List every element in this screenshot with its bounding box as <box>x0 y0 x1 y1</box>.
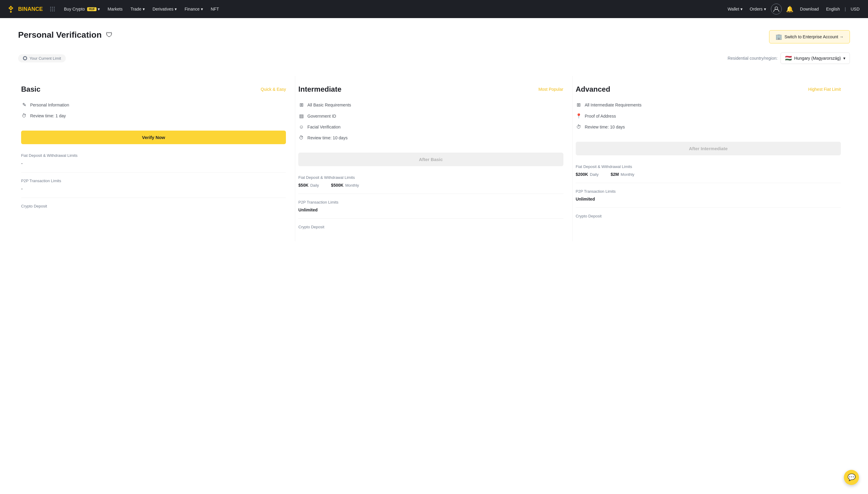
tier-feature: ⏱ Review time: 10 days <box>576 124 841 130</box>
feature-icon: ⏱ <box>298 135 304 140</box>
nav-download[interactable]: Download <box>798 5 821 13</box>
svg-point-9 <box>54 11 55 12</box>
country-dropdown[interactable]: 🇭🇺 Hungary (Magyarország) ▾ <box>780 53 850 64</box>
svg-point-4 <box>50 9 51 10</box>
nav-markets[interactable]: Markets <box>105 5 126 13</box>
country-selector: Residential country/region: 🇭🇺 Hungary (… <box>728 53 850 64</box>
enterprise-account-button[interactable]: 🏢 Switch to Enterprise Account → <box>769 30 850 43</box>
svg-point-2 <box>52 7 53 8</box>
chat-button[interactable]: 💬 <box>844 470 859 485</box>
tier-feature: 📍 Proof of Address <box>576 113 841 119</box>
fiat-limits-title: Fiat Deposit & Withdrawal Limits <box>21 153 286 158</box>
enterprise-icon: 🏢 <box>775 34 782 40</box>
tier-title: Intermediate <box>298 85 342 94</box>
title-area: Personal Verification 🛡 <box>18 30 113 40</box>
feature-icon: ⊞ <box>298 102 304 108</box>
logo[interactable]: BINANCE <box>6 4 43 14</box>
nav-right-section: Wallet ▾ Orders ▾ 🔔 Download English | U… <box>725 4 862 15</box>
limit-indicator <box>23 56 27 60</box>
crypto-title: Crypto Deposit <box>298 225 563 229</box>
tier-title: Basic <box>21 85 40 94</box>
p2p-limits-title: P2P Transaction Limits <box>21 178 286 183</box>
tier-feature: ✎ Personal Information <box>21 102 286 108</box>
disabled-tier-button: After Intermediate <box>576 142 841 155</box>
limits-section: Fiat Deposit & Withdrawal Limits $200K D… <box>576 164 841 218</box>
nav-derivatives[interactable]: Derivatives ▾ <box>150 5 180 13</box>
tier-feature: ⊞ All Intermediate Requirements <box>576 102 841 108</box>
tier-feature: ☺ Facial Verification <box>298 124 563 130</box>
limit-row: Your Current Limit Residential country/r… <box>18 53 850 64</box>
svg-point-1 <box>50 7 51 8</box>
nav-currency[interactable]: USD <box>848 5 862 13</box>
shield-icon: 🛡 <box>106 31 113 39</box>
tier-features-list: ⊞ All Basic Requirements ▤ Government ID… <box>298 102 563 140</box>
nav-buy-crypto[interactable]: Buy Crypto HUF ▾ <box>61 5 103 13</box>
tier-feature: ⊞ All Basic Requirements <box>298 102 563 108</box>
p2p-limits-title: P2P Transaction Limits <box>298 200 563 205</box>
tier-feature: ▤ Government ID <box>298 113 563 119</box>
nav-language[interactable]: English <box>824 5 842 13</box>
svg-point-7 <box>50 11 51 12</box>
feature-icon: ⊞ <box>576 102 582 108</box>
feature-icon: ▤ <box>298 113 304 119</box>
fiat-limits-title: Fiat Deposit & Withdrawal Limits <box>298 175 563 180</box>
user-avatar[interactable] <box>771 4 782 15</box>
tier-badge: Most Popular <box>538 87 563 92</box>
svg-point-10 <box>775 7 777 10</box>
tier-features-list: ✎ Personal Information ⏱ Review time: 1 … <box>21 102 286 118</box>
page-title: Personal Verification <box>18 30 102 40</box>
page-content: Personal Verification 🛡 🏢 Switch to Ente… <box>0 18 868 494</box>
feature-icon: ⏱ <box>576 124 582 130</box>
logo-text: BINANCE <box>18 6 43 12</box>
svg-point-8 <box>52 11 53 12</box>
apps-grid-icon[interactable] <box>47 4 57 14</box>
svg-point-3 <box>54 7 55 8</box>
tier-badge: Highest Fiat Limit <box>808 87 841 92</box>
disabled-tier-button: After Basic <box>298 153 563 166</box>
feature-icon: ✎ <box>21 102 27 108</box>
nav-trade[interactable]: Trade ▾ <box>128 5 148 13</box>
feature-icon: ☺ <box>298 124 304 130</box>
svg-point-5 <box>52 9 53 10</box>
tier-title: Advanced <box>576 85 611 94</box>
svg-point-6 <box>54 9 55 10</box>
tier-feature: ⏱ Review time: 10 days <box>298 135 563 140</box>
current-limit-badge: Your Current Limit <box>18 54 66 62</box>
limits-section: Fiat Deposit & Withdrawal Limits - P2P T… <box>21 153 286 208</box>
feature-icon: 📍 <box>576 113 582 119</box>
nav-wallet[interactable]: Wallet ▾ <box>725 5 745 13</box>
notifications-bell[interactable]: 🔔 <box>784 4 795 15</box>
tier-features-list: ⊞ All Intermediate Requirements 📍 Proof … <box>576 102 841 130</box>
tier-feature: ⏱ Review time: 1 day <box>21 113 286 118</box>
tier-intermediate: Intermediate Most Popular ⊞ All Basic Re… <box>295 76 573 241</box>
feature-icon: ⏱ <box>21 113 27 118</box>
crypto-title: Crypto Deposit <box>576 214 841 218</box>
tier-basic: Basic Quick & Easy ✎ Personal Informatio… <box>18 76 295 241</box>
p2p-limits-title: P2P Transaction Limits <box>576 189 841 194</box>
nav-orders[interactable]: Orders ▾ <box>747 5 769 13</box>
limits-section: Fiat Deposit & Withdrawal Limits $50K Da… <box>298 175 563 229</box>
navbar: BINANCE Buy Crypto HUF ▾ Markets Trade ▾… <box>0 0 868 18</box>
page-header: Personal Verification 🛡 🏢 Switch to Ente… <box>18 30 850 43</box>
fiat-limits-title: Fiat Deposit & Withdrawal Limits <box>576 164 841 169</box>
tier-badge: Quick & Easy <box>261 87 286 92</box>
country-flag: 🇭🇺 <box>785 55 792 61</box>
verify-now-button[interactable]: Verify Now <box>21 131 286 144</box>
tier-advanced: Advanced Highest Fiat Limit ⊞ All Interm… <box>573 76 850 241</box>
nav-finance[interactable]: Finance ▾ <box>181 5 206 13</box>
crypto-title: Crypto Deposit <box>21 204 286 208</box>
nav-nft[interactable]: NFT <box>208 5 222 13</box>
tiers-grid: Basic Quick & Easy ✎ Personal Informatio… <box>18 76 850 241</box>
